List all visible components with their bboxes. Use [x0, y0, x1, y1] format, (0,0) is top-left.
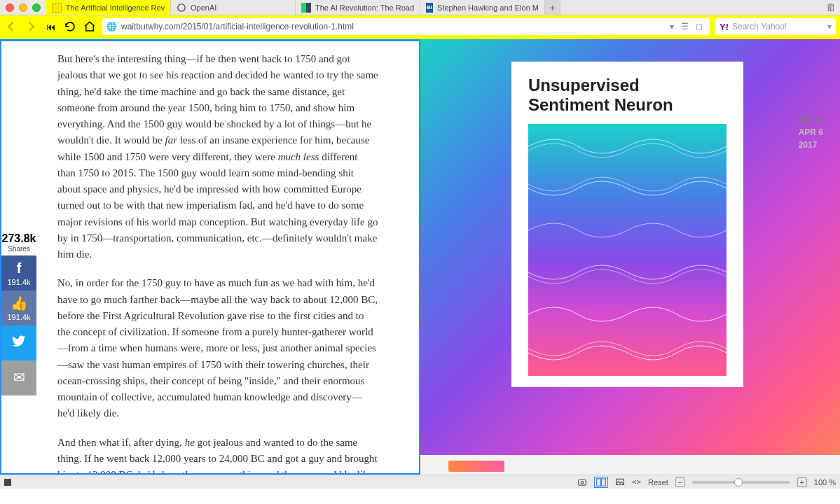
images-button[interactable] — [615, 477, 625, 487]
home-button[interactable] — [83, 20, 97, 34]
content-area: 273.8k Shares f 191.4k 👍 191.4k ✉ But he… — [0, 39, 840, 475]
svg-rect-3 — [596, 478, 600, 486]
reset-zoom-button[interactable]: Reset — [648, 478, 668, 486]
toolbar: ⏮ 🌐 waitbutwhy.com/2015/01/artificial-in… — [0, 15, 840, 39]
card-image — [528, 124, 727, 376]
card-number: NO. 3 — [799, 113, 823, 126]
search-placeholder: Search Yahoo! — [732, 22, 824, 31]
bookmark-icon[interactable]: ◻ — [696, 22, 703, 31]
right-pane: Unsupervised Sentiment Neuron NO. 3 APR … — [420, 39, 840, 475]
url-bar[interactable]: 🌐 waitbutwhy.com/2015/01/artificial-inte… — [102, 18, 710, 35]
article-paragraph: And then what if, after dying, he got je… — [57, 435, 378, 474]
screenshot-button[interactable] — [577, 477, 587, 487]
favicon-wbw — [52, 3, 62, 13]
rewind-button[interactable]: ⏮ — [43, 20, 57, 34]
tab-label: Stephen Hawking and Elon M — [437, 4, 539, 12]
new-tab-button[interactable]: ＋ — [545, 0, 560, 15]
zoom-in-button[interactable]: + — [797, 477, 807, 487]
zoom-out-button[interactable]: − — [675, 477, 685, 487]
window-minimize-button[interactable] — [19, 4, 27, 12]
responsive-button[interactable] — [594, 477, 608, 488]
gradient-bar — [448, 461, 504, 472]
dropdown-icon[interactable]: ▾ — [670, 22, 674, 31]
source-button[interactable]: <> — [632, 477, 641, 486]
url-text: waitbutwhy.com/2015/01/artificial-intell… — [121, 22, 666, 31]
tab-businessinsider[interactable]: BI Stephen Hawking and Elon M — [420, 0, 545, 15]
window-maximize-button[interactable] — [32, 4, 41, 12]
favicon-openai — [177, 3, 186, 13]
svg-rect-1 — [579, 479, 586, 485]
yahoo-icon: Y! — [719, 22, 729, 32]
article-body: But here's the interesting thing—if he t… — [1, 41, 419, 473]
favicon-bi: BI — [426, 3, 433, 13]
tab-label: OpenAI — [191, 4, 216, 12]
tab-label: The AI Revolution: The Road — [315, 4, 414, 12]
reader-icon[interactable]: ☰ — [681, 22, 689, 31]
zoom-slider-thumb[interactable] — [734, 478, 743, 486]
window-close-button[interactable] — [6, 4, 14, 12]
openai-footer-area — [420, 455, 840, 475]
svg-rect-4 — [601, 478, 605, 486]
stop-icon[interactable] — [4, 479, 11, 486]
favicon-wbw2 — [301, 3, 311, 13]
research-card[interactable]: Unsupervised Sentiment Neuron — [511, 62, 743, 387]
card-date: APR 6 — [799, 126, 823, 139]
zoom-value: 100 % — [814, 478, 836, 486]
tab-bar: The Artificial Intelligence Rev OpenAI T… — [0, 0, 840, 15]
search-dropdown-icon[interactable]: ▾ — [827, 22, 832, 31]
svg-point-2 — [581, 481, 584, 484]
left-pane: 273.8k Shares f 191.4k 👍 191.4k ✉ But he… — [0, 39, 420, 475]
reload-button[interactable] — [63, 20, 77, 34]
back-button[interactable] — [4, 20, 18, 34]
card-meta: NO. 3 APR 6 2017 — [799, 113, 823, 151]
zoom-slider[interactable] — [692, 481, 790, 484]
tab-ai-revolution[interactable]: The AI Revolution: The Road — [296, 0, 420, 15]
svg-point-0 — [178, 4, 186, 11]
card-year: 2017 — [799, 139, 823, 151]
article-paragraph: No, in order for the 1750 guy to have as… — [57, 275, 378, 421]
closed-tabs-button[interactable]: 🗑 — [826, 1, 836, 13]
article-paragraph: But here's the interesting thing—if he t… — [57, 51, 378, 262]
openai-background: Unsupervised Sentiment Neuron NO. 3 APR … — [420, 39, 840, 475]
dev-toolbar: <> Reset − + 100 % — [0, 475, 840, 489]
tab-waitbutwhy[interactable]: The Artificial Intelligence Rev — [46, 0, 171, 15]
search-bar[interactable]: Y! Search Yahoo! ▾ — [715, 18, 836, 35]
card-title: Unsupervised Sentiment Neuron — [528, 76, 727, 114]
site-info-icon[interactable]: 🌐 — [106, 22, 117, 31]
tab-openai[interactable]: OpenAI — [171, 0, 296, 15]
forward-button[interactable] — [24, 20, 38, 34]
tab-label: The Artificial Intelligence Rev — [66, 4, 165, 12]
